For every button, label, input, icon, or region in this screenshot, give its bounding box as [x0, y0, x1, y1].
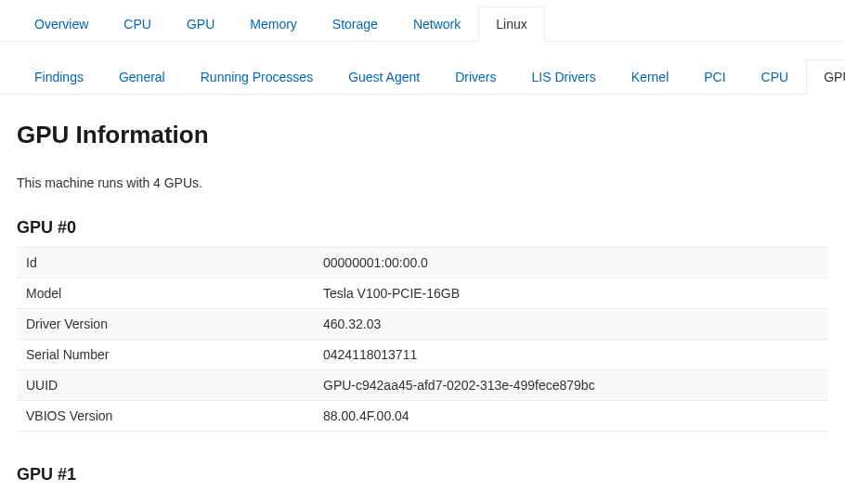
content-area: GPU Information This machine runs with 4… — [0, 95, 845, 485]
tab-lis-drivers[interactable]: LIS Drivers — [514, 59, 614, 95]
tab-cpu[interactable]: CPU — [106, 6, 169, 42]
tab-guest-agent[interactable]: Guest Agent — [331, 59, 437, 95]
gpu-0-table: Id 00000001:00:00.0 Model Tesla V100-PCI… — [17, 247, 828, 432]
row-label-model: Model — [17, 278, 314, 309]
table-row: Model Tesla V100-PCIE-16GB — [17, 278, 828, 309]
tab-drivers[interactable]: Drivers — [437, 59, 514, 95]
tab-memory[interactable]: Memory — [232, 6, 315, 42]
tab-overview[interactable]: Overview — [17, 6, 106, 42]
table-row: Driver Version 460.32.03 — [17, 309, 828, 340]
row-value-model: Tesla V100-PCIE-16GB — [314, 278, 828, 309]
row-value-driver: 460.32.03 — [314, 309, 828, 340]
tab-general[interactable]: General — [101, 59, 183, 95]
gpu-0-heading: GPU #0 — [17, 218, 828, 238]
tab-cpu-secondary[interactable]: CPU — [744, 59, 807, 95]
tab-linux[interactable]: Linux — [478, 6, 544, 42]
table-row: Id 00000001:00:00.0 — [17, 248, 828, 278]
tab-gpu-secondary[interactable]: GPU — [806, 59, 845, 95]
tab-findings[interactable]: Findings — [17, 59, 101, 95]
page-title: GPU Information — [17, 121, 828, 149]
tab-storage[interactable]: Storage — [315, 6, 396, 42]
table-row: VBIOS Version 88.00.4F.00.04 — [17, 401, 828, 432]
tab-gpu[interactable]: GPU — [169, 6, 232, 42]
table-row: UUID GPU-c942aa45-afd7-0202-313e-499fece… — [17, 370, 828, 401]
row-value-vbios: 88.00.4F.00.04 — [314, 401, 828, 432]
row-label-serial: Serial Number — [17, 340, 314, 370]
row-label-vbios: VBIOS Version — [17, 401, 314, 432]
row-label-driver: Driver Version — [17, 309, 314, 340]
primary-tabs: Overview CPU GPU Memory Storage Network … — [0, 0, 845, 42]
secondary-tabs: Findings General Running Processes Guest… — [0, 42, 845, 95]
row-value-id: 00000001:00:00.0 — [314, 248, 828, 278]
row-value-serial: 0424118013711 — [314, 340, 828, 370]
table-row: Serial Number 0424118013711 — [17, 340, 828, 370]
tab-running-processes[interactable]: Running Processes — [183, 59, 331, 95]
tab-pci[interactable]: PCI — [686, 59, 743, 95]
row-label-id: Id — [17, 248, 314, 278]
gpu-summary: This machine runs with 4 GPUs. — [17, 175, 828, 190]
tab-kernel[interactable]: Kernel — [614, 59, 686, 95]
gpu-1-heading: GPU #1 — [17, 465, 828, 485]
row-label-uuid: UUID — [17, 370, 314, 401]
row-value-uuid: GPU-c942aa45-afd7-0202-313e-499fece879bc — [314, 370, 828, 401]
tab-network[interactable]: Network — [396, 6, 478, 42]
